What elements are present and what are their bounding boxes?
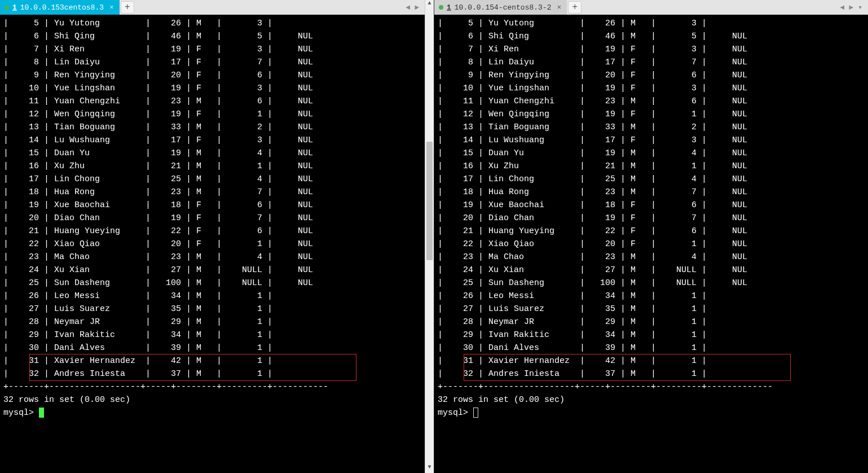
table-row: | 7 | Xi Ren | 19 | F | 3 | NUL [3, 43, 422, 56]
table-row: | 27 | Luis Suarez | 35 | M | 1 | [438, 303, 865, 316]
table-row: | 15 | Duan Yu | 19 | M | 4 | NUL [3, 147, 422, 160]
table-row: | 24 | Xu Xian | 27 | M | NULL | NUL [3, 264, 422, 277]
table-row: | 7 | Xi Ren | 19 | F | 3 | NUL [438, 43, 865, 56]
add-tab-button[interactable]: + [121, 1, 134, 14]
table-row: | 13 | Tian Boguang | 33 | M | 2 | NUL [438, 121, 865, 134]
terminal-left[interactable]: | 5 | Yu Yutong | 26 | M | 3 | | 6 | Shi… [0, 15, 434, 473]
table-row: | 17 | Lin Chong | 25 | M | 4 | NUL [438, 173, 865, 186]
tab-prev-icon[interactable]: ◄ [406, 3, 411, 12]
table-row: | 5 | Yu Yutong | 26 | M | 3 | [3, 17, 422, 30]
table-row: | 29 | Ivan Rakitic | 34 | M | 1 | [3, 329, 422, 341]
table-row: | 24 | Xu Xian | 27 | M | NULL | NUL [438, 264, 865, 277]
table-row: | 25 | Sun Dasheng | 100 | M | NULL | NU… [3, 277, 422, 290]
table-row: | 26 | Leo Messi | 34 | M | 1 | [3, 290, 422, 303]
terminal-line: 32 rows in set (0.00 sec) [438, 393, 865, 406]
table-row: | 8 | Lin Daiyu | 17 | F | 7 | NUL [3, 56, 422, 69]
table-row: | 10 | Yue Lingshan | 19 | F | 3 | NUL [3, 82, 422, 95]
tabbar-left: 1 10.0.0.153centos8.3 × + ◄ ► ▾ [0, 0, 434, 15]
table-row: | 21 | Huang Yueying | 22 | F | 6 | NUL [438, 225, 865, 238]
table-row: | 9 | Ren Yingying | 20 | F | 6 | NUL [3, 69, 422, 82]
cursor-icon [473, 408, 478, 418]
table-row: | 28 | Neymar JR | 29 | M | 1 | [438, 316, 865, 329]
table-row: | 32 | Andres Iniesta | 37 | M | 1 | [3, 367, 422, 380]
table-row: | 30 | Dani Alves | 39 | M | 1 | [438, 341, 865, 354]
table-row: | 6 | Shi Qing | 46 | M | 5 | NUL [438, 30, 865, 43]
table-row: | 6 | Shi Qing | 46 | M | 5 | NUL [3, 30, 422, 43]
table-row: | 31 | Xavier Hernandez | 42 | M | 1 | [438, 354, 865, 367]
table-row: | 26 | Leo Messi | 34 | M | 1 | [438, 290, 865, 303]
table-row: | 15 | Duan Yu | 19 | M | 4 | NUL [438, 147, 865, 160]
tab-title: 10.0.0.153centos8.3 [20, 3, 104, 12]
scroll-up-icon[interactable]: ▲ [425, 0, 434, 9]
table-row: | 5 | Yu Yutong | 26 | M | 3 | [438, 17, 865, 30]
cursor-icon [39, 408, 44, 418]
table-row: | 17 | Lin Chong | 25 | M | 4 | NUL [3, 173, 422, 186]
table-row: | 18 | Hua Rong | 23 | M | 7 | NUL [3, 186, 422, 199]
tab-prev-icon[interactable]: ◄ [840, 3, 845, 12]
close-icon[interactable]: × [109, 3, 114, 12]
tab-menu-icon[interactable]: ▾ [858, 3, 862, 12]
table-row: | 13 | Tian Boguang | 33 | M | 2 | NUL [3, 121, 422, 134]
table-row: | 30 | Dani Alves | 39 | M | 1 | [3, 341, 422, 354]
table-row: | 14 | Lu Wushuang | 17 | F | 3 | NUL [3, 134, 422, 147]
table-row: | 18 | Hua Rong | 23 | M | 7 | NUL [438, 186, 865, 199]
table-row: | 11 | Yuan Chengzhi | 23 | M | 6 | NUL [438, 95, 865, 108]
table-row: | 25 | Sun Dasheng | 100 | M | NULL | NU… [438, 277, 865, 290]
scroll-thumb[interactable] [426, 142, 433, 260]
table-row: | 31 | Xavier Hernandez | 42 | M | 1 | [3, 354, 422, 367]
tab-num: 1 [447, 3, 451, 12]
tab-next-icon[interactable]: ► [849, 3, 853, 12]
tab-title: 10.0.0.154-centos8.3-2 [455, 3, 552, 12]
status-dot-icon [439, 5, 443, 10]
table-row: | 11 | Yuan Chengzhi | 23 | M | 6 | NUL [3, 95, 422, 108]
terminal-line: +-------+------------------+-----+------… [3, 380, 422, 393]
tab-right-1[interactable]: 1 10.0.0.154-centos8.3-2 × [434, 0, 567, 15]
scrollbar-left[interactable]: ▲ ▼ [425, 0, 434, 473]
pane-left: 1 10.0.0.153centos8.3 × + ◄ ► ▾ | 5 | Yu… [0, 0, 434, 473]
table-row: | 9 | Ren Yingying | 20 | F | 6 | NUL [438, 69, 865, 82]
terminal-line: 32 rows in set (0.00 sec) [3, 393, 422, 406]
table-row: | 22 | Xiao Qiao | 20 | F | 1 | NUL [438, 238, 865, 251]
close-icon[interactable]: × [557, 3, 561, 12]
prompt-line[interactable]: mysql> [438, 406, 865, 419]
table-row: | 19 | Xue Baochai | 18 | F | 6 | NUL [438, 199, 865, 212]
table-row: | 12 | Wen Qingqing | 19 | F | 1 | NUL [438, 108, 865, 121]
table-row: | 12 | Wen Qingqing | 19 | F | 1 | NUL [3, 108, 422, 121]
prompt-line[interactable]: mysql> [3, 406, 422, 419]
table-row: | 16 | Xu Zhu | 21 | M | 1 | NUL [3, 160, 422, 173]
table-row: | 29 | Ivan Rakitic | 34 | M | 1 | [438, 329, 865, 341]
table-row: | 14 | Lu Wushuang | 17 | F | 3 | NUL [438, 134, 865, 147]
table-row: | 20 | Diao Chan | 19 | F | 7 | NUL [3, 212, 422, 225]
tab-nav-right: ◄ ► ▾ [835, 3, 868, 12]
table-row: | 19 | Xue Baochai | 18 | F | 6 | NUL [3, 199, 422, 212]
table-row: | 16 | Xu Zhu | 21 | M | 1 | NUL [438, 160, 865, 173]
pane-right: 1 10.0.0.154-centos8.3-2 × + ◄ ► ▾ | 5 |… [434, 0, 868, 473]
status-dot-icon [5, 5, 9, 10]
table-row: | 28 | Neymar JR | 29 | M | 1 | [3, 316, 422, 329]
tab-next-icon[interactable]: ► [415, 3, 419, 12]
tab-left-1[interactable]: 1 10.0.0.153centos8.3 × [0, 0, 120, 15]
table-row: | 20 | Diao Chan | 19 | F | 7 | NUL [438, 212, 865, 225]
table-row: | 21 | Huang Yueying | 22 | F | 6 | NUL [3, 225, 422, 238]
table-row: | 23 | Ma Chao | 23 | M | 4 | NUL [3, 251, 422, 264]
terminal-right[interactable]: | 5 | Yu Yutong | 26 | M | 3 | | 6 | Shi… [434, 15, 868, 473]
tab-num: 1 [12, 3, 17, 12]
table-row: | 32 | Andres Iniesta | 37 | M | 1 | [438, 367, 865, 380]
table-row: | 8 | Lin Daiyu | 17 | F | 7 | NUL [438, 56, 865, 69]
table-row: | 27 | Luis Suarez | 35 | M | 1 | [3, 303, 422, 316]
add-tab-button[interactable]: + [568, 1, 581, 14]
tabbar-right: 1 10.0.0.154-centos8.3-2 × + ◄ ► ▾ [434, 0, 868, 15]
terminal-line: +-------+------------------+-----+------… [438, 380, 865, 393]
scroll-down-icon[interactable]: ▼ [425, 464, 434, 473]
table-row: | 23 | Ma Chao | 23 | M | 4 | NUL [438, 251, 865, 264]
table-row: | 22 | Xiao Qiao | 20 | F | 1 | NUL [3, 238, 422, 251]
table-row: | 10 | Yue Lingshan | 19 | F | 3 | NUL [438, 82, 865, 95]
